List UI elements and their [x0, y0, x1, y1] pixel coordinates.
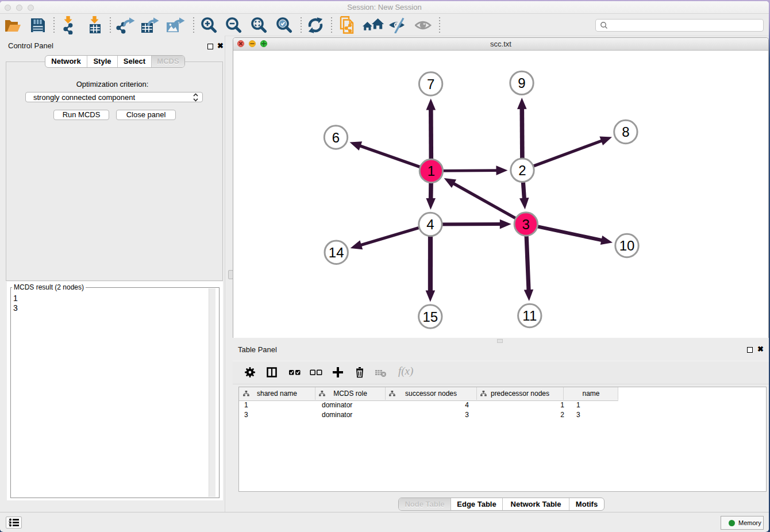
svg-text:14: 14 [329, 245, 344, 260]
svg-text:6: 6 [332, 130, 340, 145]
svg-text:10: 10 [619, 238, 635, 253]
svg-text:7: 7 [427, 76, 434, 92]
svg-text:9: 9 [518, 75, 525, 91]
svg-text:2: 2 [518, 163, 526, 178]
svg-text:15: 15 [422, 309, 438, 325]
svg-text:8: 8 [622, 124, 629, 140]
svg-text:4: 4 [426, 217, 434, 232]
svg-text:1: 1 [428, 163, 435, 179]
svg-text:3: 3 [522, 217, 530, 232]
svg-text:11: 11 [522, 308, 537, 323]
